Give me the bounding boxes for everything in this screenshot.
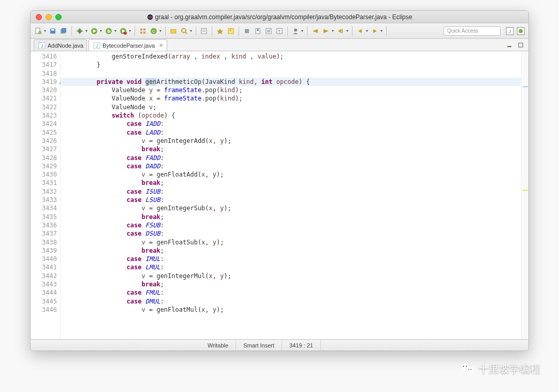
code-line[interactable]: case LSUB: [67,196,521,204]
pin-icon[interactable] [253,26,262,36]
rss-icon[interactable] [31,340,45,351]
dropdown-icon[interactable]: ▼ [380,26,383,36]
code-line[interactable]: v = genFloatAdd(x, y); [67,170,521,179]
back-icon[interactable] [356,26,365,36]
debug-icon[interactable] [75,26,84,36]
outline-icon[interactable] [264,26,273,36]
code-line[interactable]: ValueNode v; [67,103,521,111]
svg-rect-35 [245,29,249,33]
profile-icon[interactable] [291,26,300,36]
task-icon[interactable] [199,26,209,36]
code-line[interactable]: case ISUB: [67,187,521,196]
editor-tab[interactable]: JAddNode.java [34,39,87,51]
code-line[interactable]: break; [67,179,521,187]
svg-rect-6 [51,29,54,31]
code-line[interactable]: genStoreIndexed(array , index , kind , v… [67,52,521,61]
code-line[interactable]: } [67,61,521,69]
status-cursor-position: 3419 : 21 [282,340,321,351]
dropdown-icon[interactable]: ▼ [43,26,47,36]
dropdown-icon[interactable]: ▼ [189,26,193,36]
perspective-java-icon[interactable]: J [505,26,514,36]
code-line[interactable]: break; [67,213,521,221]
close-tab-icon[interactable]: ✕ [158,42,164,48]
code-line[interactable]: v = genFloatSub(x, y); [67,238,521,246]
search-icon[interactable] [180,26,189,36]
code-line[interactable]: v = genIntegerAdd(x, y); [67,137,521,145]
code-line[interactable]: case DMUL: [67,297,521,306]
dropdown-icon[interactable]: ▼ [99,26,102,36]
svg-text:C: C [152,29,155,34]
toolbar-separator [165,26,166,36]
line-number: 3427 [31,145,57,153]
editor-tab[interactable]: JBytecodeParser.java✕ [89,39,167,51]
code-line[interactable]: break; [67,280,521,288]
svg-point-64 [466,367,473,373]
code-line[interactable]: case DSUB: [67,229,521,238]
line-number: 3443 [31,280,57,288]
line-number-gutter: 3416341734183419⊖34203421342234233424342… [31,51,61,339]
toolbar-separator [71,26,72,36]
save-icon[interactable] [48,26,57,36]
block-icon[interactable]: ¶ [275,26,284,36]
cut-icon[interactable] [311,26,320,36]
minimize-window-button[interactable] [46,14,52,20]
minimize-view-icon[interactable] [505,40,514,50]
refresh-icon[interactable] [242,26,252,36]
toggle-mark-icon[interactable] [215,26,225,36]
coverage-icon[interactable] [104,26,113,36]
toolbar-separator [135,26,135,36]
svg-rect-8 [62,28,66,33]
dropdown-icon[interactable]: ▼ [159,26,162,36]
code-line[interactable]: break; [67,145,521,153]
toggle-highlight-icon[interactable] [226,26,236,36]
dropdown-icon[interactable]: ▼ [331,26,334,36]
code-line[interactable]: v = genIntegerSub(x, y); [67,204,521,212]
code-area[interactable]: genStoreIndexed(array , index , kind , v… [61,51,521,339]
code-line[interactable]: case FADD: [67,154,521,162]
code-line[interactable]: v = genFloatMul(x, y); [67,306,521,314]
code-line[interactable]: ValueNode y = frameState.pop(kind); [67,86,521,94]
code-line[interactable]: switch (opcode) { [67,111,521,120]
dropdown-icon[interactable]: ▼ [85,26,88,36]
save-all-icon[interactable] [59,26,68,36]
maximize-view-icon[interactable] [516,40,525,50]
run-last-icon[interactable] [119,26,128,36]
overview-ruler[interactable] [521,51,528,339]
code-line[interactable]: case IADD: [67,120,521,128]
new-class-icon[interactable]: C [149,26,158,36]
code-line[interactable]: case DADD: [67,162,521,170]
svg-line-28 [185,32,187,34]
dropdown-icon[interactable]: ▼ [346,26,349,36]
line-number: 3442 [31,272,57,280]
dropdown-icon[interactable]: ▼ [365,26,369,36]
line-number: 3425 [31,128,57,137]
code-line[interactable]: case LMUL: [67,263,521,271]
open-type-icon[interactable] [169,26,178,36]
code-line[interactable]: case FMUL: [67,288,521,297]
code-line[interactable]: case IMUL: [67,255,521,263]
dropdown-icon[interactable]: ▼ [301,26,304,36]
code-editor[interactable]: 3416341734183419⊖34203421342234233424342… [31,51,528,339]
new-file-icon[interactable]: + [34,26,43,36]
tab-controls [505,40,525,51]
perspective-debug-icon[interactable] [516,26,525,36]
code-line[interactable]: break; [67,246,521,255]
forward-icon[interactable] [370,26,379,36]
code-line[interactable] [67,69,521,78]
next-icon[interactable] [336,26,345,36]
quick-access-input[interactable]: Quick Access [444,26,501,36]
new-package-icon[interactable] [138,26,148,36]
code-line[interactable]: case FSUB: [67,221,521,229]
dropdown-icon[interactable]: ▼ [128,26,131,36]
step-icon[interactable] [321,26,331,36]
line-number: 3444 [31,288,57,297]
code-line[interactable]: ValueNode x = frameState.pop(kind); [67,94,521,103]
close-window-button[interactable] [36,14,42,20]
svg-rect-48 [342,29,343,33]
svg-point-44 [294,28,297,32]
maximize-window-button[interactable] [55,14,62,20]
run-icon[interactable] [90,26,99,36]
dropdown-icon[interactable]: ▼ [114,26,117,36]
code-line[interactable]: case LADD: [67,128,521,137]
code-line[interactable]: v = genIntegerMul(x, y); [67,272,521,280]
